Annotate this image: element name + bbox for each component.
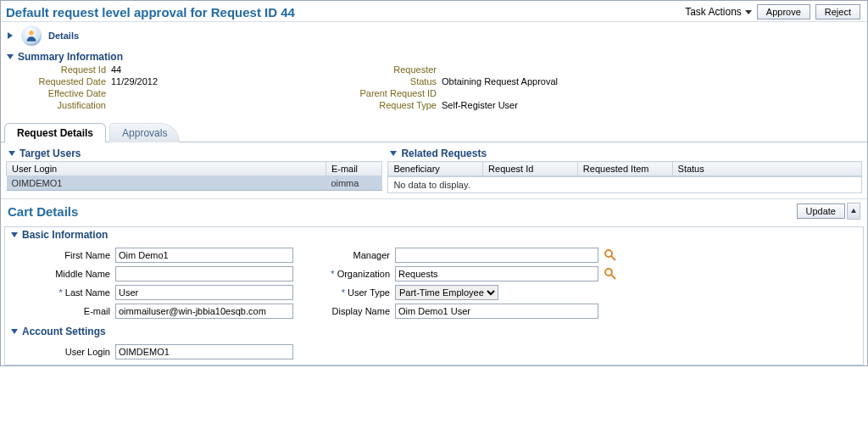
user-type-select[interactable]: Part-Time Employee: [395, 285, 498, 300]
first-name-field[interactable]: [115, 248, 293, 263]
val-requested-date: 11/29/2012: [111, 76, 331, 86]
collapse-icon[interactable]: [389, 149, 398, 158]
user-login-field[interactable]: [115, 344, 293, 359]
val-requester: [442, 64, 696, 75]
related-requests-heading: Related Requests: [401, 148, 487, 159]
collapse-icon[interactable]: [6, 53, 14, 61]
details-bar: Details: [1, 22, 867, 49]
svg-marker-3: [8, 151, 15, 156]
account-settings-head: Account Settings: [5, 324, 863, 339]
col-requested-item: Requested Item: [577, 162, 672, 176]
display-name-field[interactable]: [395, 304, 598, 319]
tabs: Request Details Approvals: [1, 122, 867, 142]
middle-name-field[interactable]: [115, 266, 293, 281]
svg-point-9: [605, 269, 612, 276]
col-beneficiary: Beneficiary: [388, 162, 483, 176]
basic-info-heading: Basic Information: [22, 229, 108, 241]
expand-icon[interactable]: [6, 31, 14, 40]
svg-point-1: [29, 31, 33, 35]
basic-info-form: First Name Manager Middle Name Organizat…: [5, 242, 863, 324]
organization-field[interactable]: [395, 266, 598, 281]
svg-line-10: [611, 275, 615, 279]
summary-heading: Summary Information: [18, 51, 123, 63]
header: Default request level approval for Reque…: [1, 1, 867, 22]
page-root: Default request level approval for Reque…: [0, 0, 868, 366]
account-settings-form: User Login: [5, 339, 863, 365]
lbl-organization: Organization: [293, 269, 395, 279]
lbl-email: E-mail: [14, 306, 115, 316]
lbl-user-login: User Login: [14, 347, 115, 357]
lbl-requester: Requester: [331, 64, 442, 75]
update-button[interactable]: Update: [797, 203, 845, 219]
lbl-status: Status: [331, 76, 442, 86]
svg-marker-4: [390, 151, 397, 156]
svg-line-8: [611, 256, 615, 260]
collapse-icon[interactable]: [10, 231, 19, 239]
cell-email: oimma: [326, 176, 382, 191]
lbl-request-type: Request Type: [331, 100, 442, 110]
related-requests-panel: Related Requests Beneficiary Request Id …: [387, 148, 862, 193]
page-title: Default request level approval for Reque…: [6, 5, 295, 20]
svg-marker-6: [11, 232, 18, 237]
summary-info: Request Id 44 Requester Requested Date 1…: [1, 64, 867, 117]
manager-lookup-icon[interactable]: [598, 248, 622, 262]
mid-panels: Target Users User Login E-mail OIMDEMO1 …: [1, 142, 867, 198]
lbl-parent-req: Parent Request ID: [331, 88, 442, 98]
col-user-login: User Login: [7, 162, 326, 176]
form-area: Basic Information First Name Manager Mid…: [4, 226, 864, 365]
val-status: Obtaining Request Approval: [442, 76, 696, 86]
val-justification: [111, 100, 331, 110]
lbl-first-name: First Name: [14, 250, 115, 260]
cart-header: Cart Details Update: [1, 198, 867, 223]
tab-request-details[interactable]: Request Details: [4, 123, 106, 142]
lbl-display-name: Display Name: [293, 306, 395, 316]
svg-marker-11: [11, 329, 18, 334]
header-actions: Task Actions Approve Reject: [685, 4, 860, 20]
last-name-field[interactable]: [115, 285, 293, 300]
svg-marker-0: [8, 32, 13, 39]
chevron-down-icon: [745, 10, 752, 14]
lbl-user-type: User Type: [293, 287, 395, 298]
organization-lookup-icon[interactable]: [598, 267, 622, 281]
cart-title: Cart Details: [8, 204, 78, 219]
approve-button[interactable]: Approve: [757, 4, 810, 20]
scroll-up-icon[interactable]: [847, 203, 860, 220]
summary-head: Summary Information: [1, 49, 867, 64]
col-status: Status: [672, 162, 861, 176]
table-header-row: Beneficiary Request Id Requested Item St…: [388, 162, 862, 176]
col-email: E-mail: [326, 162, 382, 176]
cell-user-login: OIMDEMO1: [7, 176, 326, 191]
lbl-manager: Manager: [293, 250, 395, 260]
target-users-panel: Target Users User Login E-mail OIMDEMO1 …: [6, 148, 382, 193]
lbl-last-name: Last Name: [14, 287, 115, 298]
person-icon: [21, 25, 42, 46]
manager-field[interactable]: [395, 248, 598, 263]
col-request-id: Request Id: [483, 162, 578, 176]
collapse-icon[interactable]: [10, 327, 19, 336]
tab-approvals[interactable]: Approvals: [109, 123, 180, 142]
val-request-id: 44: [111, 64, 331, 75]
lbl-middle-name: Middle Name: [14, 269, 115, 279]
svg-marker-5: [851, 209, 856, 213]
target-users-table: User Login E-mail OIMDEMO1 oimma: [6, 161, 382, 191]
target-users-heading: Target Users: [19, 148, 81, 159]
val-parent-req: [442, 88, 696, 98]
svg-marker-2: [7, 54, 14, 59]
collapse-icon[interactable]: [8, 149, 16, 158]
email-field[interactable]: [115, 304, 293, 319]
account-settings-heading: Account Settings: [22, 326, 106, 337]
lbl-justification: Justification: [18, 100, 111, 110]
reject-button[interactable]: Reject: [815, 4, 860, 20]
basic-info-head: Basic Information: [5, 227, 863, 242]
lbl-effective-date: Effective Date: [18, 88, 111, 98]
details-label: Details: [48, 31, 79, 41]
task-actions-label: Task Actions: [685, 6, 742, 18]
lbl-request-id: Request Id: [18, 64, 111, 75]
no-data-message: No data to display.: [387, 176, 862, 193]
task-actions-menu[interactable]: Task Actions: [685, 6, 752, 18]
val-effective-date: [111, 88, 331, 98]
val-request-type: Self-Register User: [442, 100, 696, 110]
svg-point-7: [605, 250, 612, 257]
table-row[interactable]: OIMDEMO1 oimma: [7, 176, 382, 191]
table-header-row: User Login E-mail: [7, 162, 382, 176]
